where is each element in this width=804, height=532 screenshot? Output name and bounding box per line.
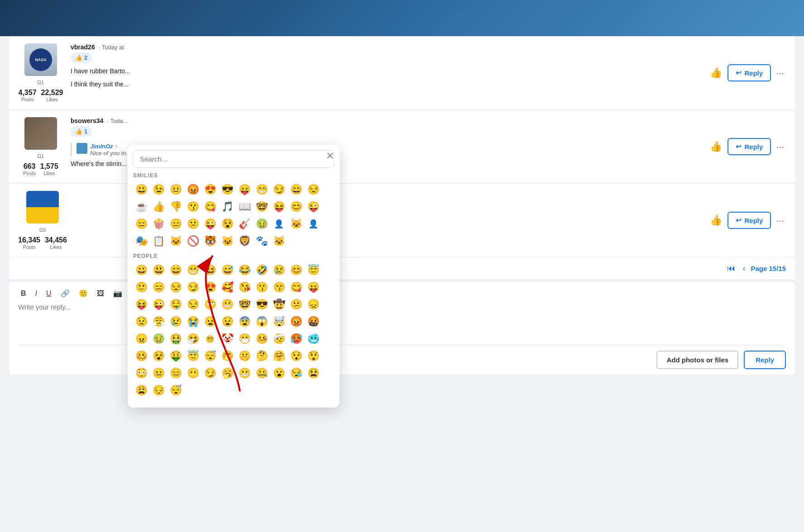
emoji-cell[interactable]: 😛 [305,279,321,295]
emoji-cell[interactable]: 🐱 [219,233,235,249]
emoji-cell[interactable]: 😗 [254,279,270,295]
like-badge-2[interactable]: 👍 1 [71,126,92,137]
more-button-2[interactable]: ··· [775,140,786,154]
emoji-cell[interactable]: 😬 [236,365,253,381]
like-button-1[interactable]: 👍 [708,65,724,81]
emoji-cell[interactable]: 🥱 [219,365,235,381]
emoji-cell[interactable]: 🤓 [236,296,253,313]
emoji-cell[interactable]: 😇 [305,262,321,278]
image2-button[interactable]: 📷 [110,287,125,299]
emoji-cell[interactable]: 😘 [236,279,253,295]
emoji-cell[interactable]: 😜 [305,199,321,215]
emoji-cell[interactable]: 😋 [288,279,304,295]
emoji-cell[interactable]: 🤔 [254,348,270,364]
emoji-cell[interactable]: 😋 [202,199,218,215]
emoji-cell[interactable]: 😑 [133,216,149,232]
emoji-cell[interactable]: 🥶 [305,331,321,347]
emoji-cell[interactable]: 😟 [133,314,149,330]
emoji-cell[interactable]: 😯 [288,348,304,364]
reply-submit-button[interactable]: Reply [744,351,786,369]
emoji-cell[interactable]: 😪 [288,365,304,381]
emoji-cell[interactable]: 😇 [185,348,201,364]
emoji-cell[interactable]: 😵 [150,348,167,364]
emoji-button[interactable]: 🙂 [76,287,91,299]
emoji-cell[interactable]: 😶 [185,365,201,381]
emoji-cell[interactable]: 😐 [150,365,167,381]
emoji-cell[interactable]: 😬 [219,296,235,313]
emoji-cell[interactable]: 😑 [168,216,184,232]
emoji-cell[interactable]: 😜 [202,216,218,232]
emoji-cell[interactable]: 🥵 [288,331,304,347]
emoji-cell[interactable]: 😧 [219,314,235,330]
emoji-cell[interactable]: 😠 [133,331,149,347]
emoji-cell[interactable]: 😤 [150,314,167,330]
emoji-cell[interactable]: 😔 [150,382,167,399]
emoji-cell[interactable]: 😆 [202,262,218,278]
emoji-cell[interactable]: 😙 [271,279,287,295]
emoji-cell[interactable]: 😗 [185,199,201,215]
emoji-cell[interactable]: ☕ [133,199,149,215]
emoji-cell[interactable]: 😷 [236,331,253,347]
emoji-cell[interactable]: 🤒 [254,331,270,347]
emoji-cell[interactable]: 😊 [288,262,304,278]
emoji-cell[interactable]: 🤯 [271,314,287,330]
emoji-cell[interactable]: 😝 [271,199,287,215]
emoji-cell[interactable]: 😩 [133,382,149,399]
emoji-cell[interactable]: 🥰 [219,279,235,295]
more-button-1[interactable]: ··· [775,66,786,80]
bold-button[interactable]: B [18,288,29,299]
emoji-cell[interactable]: 😀 [133,181,149,198]
emoji-cell[interactable]: 🚫 [185,233,201,249]
emoji-cell[interactable]: 🤭 [219,348,235,364]
emoji-cell[interactable]: 😦 [202,314,218,330]
emoji-cell[interactable]: 🤬 [305,314,321,330]
emoji-cell[interactable]: 😮 [271,365,287,381]
emoji-cell[interactable]: 😊 [288,199,304,215]
emoji-cell[interactable]: 🥴 [133,348,149,364]
emoji-cell[interactable]: 😎 [219,181,235,198]
emoji-cell[interactable]: 😫 [305,365,321,381]
emoji-cell[interactable]: 😏 [185,279,201,295]
emoji-cell[interactable]: 😛 [236,181,253,198]
first-page-button[interactable]: ⏮ [725,262,737,275]
emoji-cell[interactable]: 🤤 [168,296,184,313]
emoji-cell[interactable]: 🤓 [254,199,270,215]
emoji-cell[interactable]: 🤫 [236,348,253,364]
emoji-cell[interactable]: 😢 [168,314,184,330]
italic-button[interactable]: I [33,288,40,299]
emoji-cell[interactable]: 👍 [150,199,167,215]
emoji-cell[interactable]: 😄 [288,181,304,198]
emoji-cell[interactable]: 🤢 [150,331,167,347]
emoji-cell[interactable]: 🙂 [133,279,149,295]
more-button-3[interactable]: ··· [775,214,786,228]
emoji-cell[interactable]: 😳 [133,365,149,381]
like-badge-1[interactable]: 👍 2 [71,52,92,63]
emoji-cell[interactable]: 🐱 [288,216,304,232]
emoji-cell[interactable]: 🤑 [168,348,184,364]
like-button-2[interactable]: 👍 [708,139,724,154]
emoji-cell[interactable]: 😝 [133,296,149,313]
emoji-cell[interactable]: 😡 [185,181,201,198]
emoji-cell[interactable]: 🦁 [236,233,253,249]
emoji-cell[interactable]: 🍿 [150,216,167,232]
emoji-close-button[interactable]: ✕ [326,150,334,162]
emoji-cell[interactable]: 😴 [168,382,184,399]
emoji-cell[interactable]: 😒 [305,181,321,198]
emoji-cell[interactable]: 🐱 [271,233,287,249]
emoji-cell[interactable]: 😃 [150,262,167,278]
emoji-cell[interactable]: 😡 [288,314,304,330]
emoji-cell[interactable]: 😏 [202,365,218,381]
link-button[interactable]: 🔗 [58,287,72,299]
emoji-search-input[interactable] [133,150,334,168]
emoji-cell[interactable]: 🎸 [236,216,253,232]
emoji-cell[interactable]: 🐾 [254,233,270,249]
reply-button-2[interactable]: ↩ Reply [727,138,771,155]
emoji-cell[interactable]: 🤠 [271,296,287,313]
emoji-cell[interactable]: 😒 [168,279,184,295]
emoji-cell[interactable]: 😒 [185,296,201,313]
emoji-cell[interactable]: 😀 [133,262,149,278]
emoji-cell[interactable]: 😞 [305,296,321,313]
emoji-cell[interactable]: 😅 [219,262,235,278]
emoji-cell[interactable]: 😁 [185,262,201,278]
emoji-cell[interactable]: 👤 [271,216,287,232]
